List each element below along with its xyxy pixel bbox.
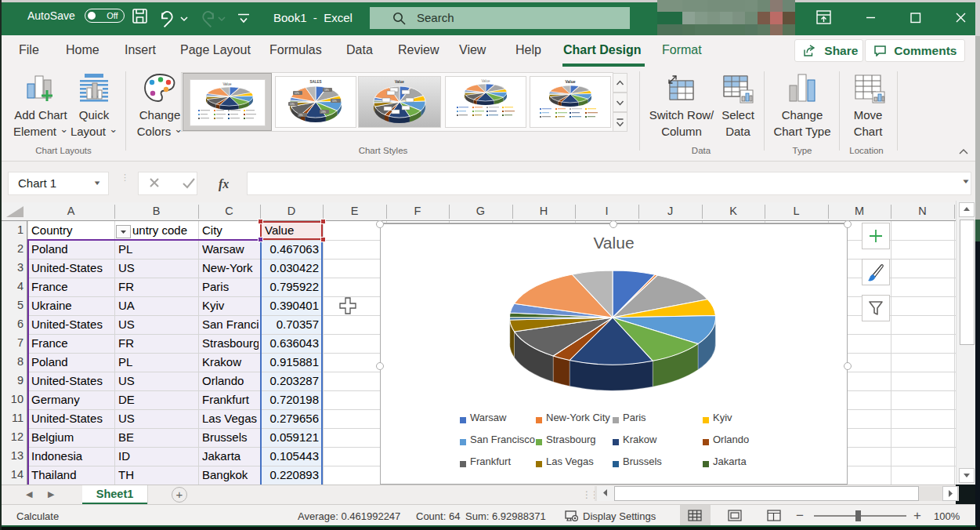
svg-text:23%: 23%	[321, 111, 326, 114]
svg-text:9%: 9%	[299, 114, 303, 117]
svg-text:Value: Value	[565, 79, 575, 84]
svg-text:12%: 12%	[295, 92, 299, 95]
svg-text:fx: fx	[219, 177, 229, 191]
svg-text:Value: Value	[395, 80, 404, 84]
svg-text:Value: Value	[481, 79, 490, 83]
svg-text:SALES: SALES	[309, 80, 321, 84]
svg-text:Value: Value	[222, 82, 232, 86]
svg-text:18%: 18%	[324, 89, 329, 92]
svg-text:13%: 13%	[290, 103, 295, 106]
svg-text:11%: 11%	[332, 100, 337, 103]
